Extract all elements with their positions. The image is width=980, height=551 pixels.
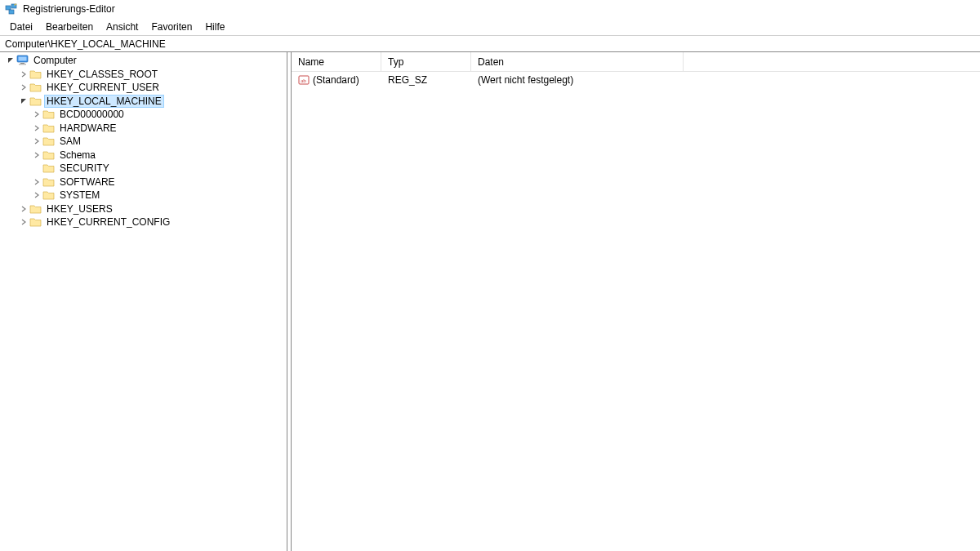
tree-node-sam[interactable]: SAM — [2, 135, 287, 149]
tree-node-hkcr[interactable]: HKEY_CLASSES_ROOT — [2, 68, 287, 82]
expander-closed-icon[interactable] — [31, 189, 42, 201]
folder-icon — [29, 96, 42, 107]
tree-label: Schema — [58, 149, 97, 161]
expander-open-icon[interactable] — [5, 55, 16, 66]
expander-closed-icon[interactable] — [18, 69, 29, 80]
cell-type: REG_SZ — [381, 74, 471, 86]
list-row[interactable]: ab (Standard) REG_SZ (Wert nicht festgel… — [292, 72, 980, 88]
content-area: Computer HKEY_CLASSES_ROOT HKEY_CURREN — [0, 52, 980, 551]
menu-view[interactable]: Ansicht — [100, 20, 145, 34]
tree-node-hku[interactable]: HKEY_USERS — [2, 202, 287, 216]
svg-rect-8 — [19, 64, 26, 65]
tree-node-schema[interactable]: Schema — [2, 149, 287, 162]
folder-icon — [42, 162, 56, 174]
addressbar-path: Computer\HKEY_LOCAL_MACHINE — [5, 38, 166, 50]
tree-node-computer[interactable]: Computer — [2, 54, 287, 68]
tree-label: HKEY_CURRENT_CONFIG — [45, 216, 172, 228]
column-header-name[interactable]: Name — [292, 52, 381, 71]
expander-closed-icon[interactable] — [18, 216, 29, 228]
tree-label: HKEY_USERS — [45, 203, 114, 215]
folder-icon — [42, 189, 56, 201]
expander-closed-icon[interactable] — [31, 149, 42, 161]
menu-edit[interactable]: Bearbeiten — [39, 20, 100, 34]
svg-point-3 — [14, 4, 16, 6]
tree-label: SYSTEM — [58, 189, 101, 201]
tree-pane[interactable]: Computer HKEY_CLASSES_ROOT HKEY_CURREN — [0, 52, 287, 551]
expander-closed-icon[interactable] — [31, 109, 42, 120]
window-title: Registrierungs-Editor — [23, 3, 115, 15]
expander-closed-icon[interactable] — [31, 176, 42, 188]
folder-icon — [42, 149, 56, 161]
cell-data: (Wert nicht festgelegt) — [471, 74, 684, 86]
string-value-icon: ab — [298, 74, 310, 86]
tree-label: Computer — [32, 55, 78, 66]
tree-node-hkcc[interactable]: HKEY_CURRENT_CONFIG — [2, 216, 287, 229]
folder-icon — [29, 216, 42, 228]
folder-icon — [42, 176, 56, 188]
list-header: Name Typ Daten — [292, 52, 980, 72]
svg-rect-2 — [9, 10, 14, 14]
folder-icon — [29, 203, 42, 215]
addressbar[interactable]: Computer\HKEY_LOCAL_MACHINE — [0, 36, 980, 52]
svg-rect-7 — [20, 63, 24, 64]
expander-open-icon[interactable] — [18, 96, 29, 107]
tree-label: SOFTWARE — [58, 176, 117, 188]
expander-closed-icon[interactable] — [31, 122, 42, 134]
folder-icon — [29, 69, 42, 80]
expander-closed-icon[interactable] — [31, 136, 42, 147]
folder-icon — [29, 82, 42, 93]
tree-label: HKEY_LOCAL_MACHINE — [45, 96, 163, 107]
tree-label: SAM — [58, 136, 82, 147]
svg-point-4 — [16, 3, 17, 5]
tree-node-hardware[interactable]: HARDWARE — [2, 122, 287, 136]
cell-name: ab (Standard) — [292, 74, 381, 86]
value-name: (Standard) — [313, 74, 359, 86]
folder-icon — [42, 109, 56, 120]
folder-icon — [42, 122, 56, 134]
svg-rect-6 — [19, 57, 27, 61]
menubar: Datei Bearbeiten Ansicht Favoriten Hilfe — [0, 18, 980, 36]
column-header-data[interactable]: Daten — [471, 52, 684, 71]
svg-rect-0 — [6, 6, 11, 10]
expander-closed-icon[interactable] — [18, 203, 29, 215]
tree-node-security[interactable]: SECURITY — [2, 162, 287, 176]
tree-node-bcd[interactable]: BCD00000000 — [2, 108, 287, 122]
computer-icon — [16, 55, 29, 66]
tree-label: SECURITY — [58, 162, 111, 174]
tree-node-hklm[interactable]: HKEY_LOCAL_MACHINE — [2, 95, 287, 109]
tree-label: BCD00000000 — [58, 109, 126, 120]
titlebar: Registrierungs-Editor — [0, 0, 980, 18]
tree-node-software[interactable]: SOFTWARE — [2, 176, 287, 189]
menu-favorites[interactable]: Favoriten — [145, 20, 198, 34]
regedit-app-icon — [5, 2, 18, 16]
tree-label: HKEY_CLASSES_ROOT — [45, 69, 159, 80]
tree-label: HARDWARE — [58, 122, 118, 134]
menu-file[interactable]: Datei — [3, 20, 39, 34]
column-header-type[interactable]: Typ — [381, 52, 471, 71]
expander-closed-icon[interactable] — [18, 82, 29, 93]
svg-text:ab: ab — [301, 78, 306, 84]
menu-help[interactable]: Hilfe — [198, 20, 231, 34]
tree-label: HKEY_CURRENT_USER — [45, 82, 161, 93]
tree-node-hkcu[interactable]: HKEY_CURRENT_USER — [2, 81, 287, 95]
list-pane[interactable]: Name Typ Daten ab (Standard) REG_SZ (Wer… — [292, 52, 980, 551]
tree-node-system[interactable]: SYSTEM — [2, 189, 287, 202]
folder-icon — [42, 136, 56, 147]
